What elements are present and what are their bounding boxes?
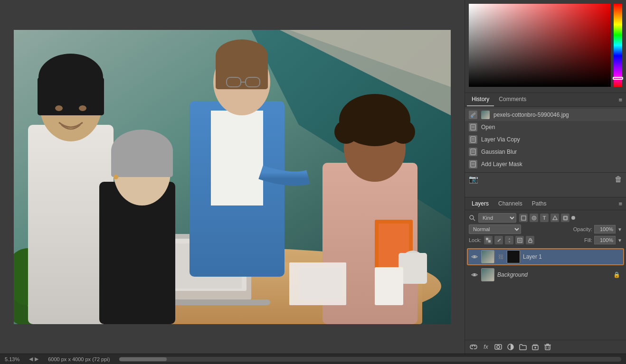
- lock-position-icon[interactable]: [505, 236, 513, 244]
- history-item-layer-copy[interactable]: Layer Via Copy: [465, 133, 626, 146]
- lock-artboard-icon[interactable]: [515, 236, 524, 244]
- pixel-icon: [521, 215, 526, 221]
- blend-mode-row: Normal Opacity: 100% ▼: [469, 224, 622, 234]
- new-layer-icon: [531, 343, 539, 351]
- background-visibility-toggle[interactable]: [471, 271, 478, 279]
- link-layers-button[interactable]: [469, 342, 478, 352]
- layer1-visibility-toggle[interactable]: [471, 253, 478, 261]
- doc-icon: [470, 124, 476, 131]
- smart-obj-filter-icon[interactable]: [561, 214, 569, 222]
- nav-next[interactable]: ▶: [35, 356, 38, 362]
- tab-comments[interactable]: Comments: [494, 93, 531, 106]
- shape-icon: [552, 215, 558, 221]
- delete-layer-button[interactable]: [543, 342, 552, 352]
- background-thumbnail: [481, 268, 494, 281]
- svg-rect-17: [38, 77, 104, 115]
- svg-line-61: [473, 219, 475, 221]
- blend-mode-select[interactable]: Normal: [469, 224, 521, 234]
- lock-image-icon[interactable]: [494, 236, 503, 244]
- fill-label: Fill:: [584, 237, 592, 243]
- fill-control: Fill: 100% ▼: [584, 236, 622, 244]
- fill-value[interactable]: 100%: [594, 236, 616, 244]
- lock-icons: [484, 236, 534, 244]
- history-panel: History Comments ≡ pexels-cottonb: [465, 93, 626, 197]
- adjustment-button[interactable]: [506, 342, 515, 352]
- svg-marker-71: [508, 238, 510, 243]
- lock-all-icon[interactable]: [526, 236, 534, 244]
- eye-open-icon2: [471, 272, 478, 278]
- svg-rect-84: [545, 345, 550, 350]
- history-item-filename: pexels-cottonbro-5990046.jpg: [493, 112, 569, 118]
- delete-state-icon[interactable]: 🗑: [615, 175, 622, 184]
- nav-prev[interactable]: ◀: [29, 356, 33, 362]
- opacity-arrow[interactable]: ▼: [617, 227, 622, 232]
- svg-marker-64: [553, 216, 557, 220]
- smart-object-icon: [563, 215, 568, 221]
- lock-label: Lock:: [469, 237, 481, 243]
- layer-row-layer1[interactable]: ⛓ Layer 1: [467, 248, 624, 265]
- lock-icon: [528, 238, 533, 243]
- shape-filter-icon[interactable]: [550, 214, 559, 222]
- opacity-control: Opacity: 100% ▼: [573, 225, 622, 233]
- layer1-name: Layer 1: [523, 253, 620, 260]
- svg-rect-74: [529, 240, 532, 243]
- new-layer-button[interactable]: [531, 342, 540, 352]
- add-mask-button[interactable]: [493, 342, 503, 352]
- svg-rect-73: [519, 239, 521, 242]
- background-lock-icon: 🔒: [613, 271, 620, 278]
- search-icon: [469, 215, 475, 221]
- doc-icon3: [470, 149, 476, 155]
- color-gradient-picker[interactable]: [469, 4, 611, 87]
- scrollbar-thumb[interactable]: [119, 357, 167, 361]
- history-mask-label: Add Layer Mask: [481, 161, 522, 168]
- history-item-gaussian[interactable]: Gaussian Blur: [465, 146, 626, 158]
- layer-row-background[interactable]: Background 🔒: [465, 266, 626, 283]
- background-name: Background: [497, 271, 610, 278]
- layer-kind-select[interactable]: Kind: [478, 213, 516, 223]
- svg-point-75: [474, 256, 476, 258]
- adjustment-layer-icon: [507, 343, 514, 351]
- main-area: History Comments ≡ pexels-cottonb: [0, 0, 626, 354]
- svg-point-37: [391, 120, 415, 144]
- fx-button[interactable]: fx: [481, 342, 491, 352]
- layers-panel: Layers Channels Paths ≡ Kind: [465, 197, 626, 354]
- tab-layers[interactable]: Layers: [467, 197, 493, 210]
- history-item-mask[interactable]: Add Layer Mask: [465, 158, 626, 170]
- group-layers-button[interactable]: [518, 342, 528, 352]
- history-item-open-action[interactable]: Open: [465, 121, 626, 133]
- folder-icon: [519, 343, 527, 351]
- brush-icon: [470, 112, 476, 118]
- svg-rect-66: [564, 217, 567, 219]
- adjustment-filter-icon[interactable]: [530, 214, 538, 222]
- layers-menu-button[interactable]: ≡: [618, 200, 622, 207]
- horizontal-scrollbar[interactable]: [119, 357, 621, 362]
- type-filter-icon[interactable]: T: [540, 214, 549, 222]
- svg-point-78: [497, 345, 500, 348]
- spectrum-cursor[interactable]: [613, 77, 623, 80]
- new-snapshot-icon[interactable]: 📷: [469, 175, 478, 184]
- layer1-thumbnail: [481, 250, 494, 263]
- layers-panel-menu-icon: ≡: [618, 200, 624, 207]
- tab-history[interactable]: History: [467, 93, 494, 106]
- history-item-open[interactable]: pexels-cottonbro-5990046.jpg: [465, 109, 626, 121]
- tab-paths[interactable]: Paths: [527, 197, 551, 210]
- history-item-icon: [469, 111, 477, 119]
- lock-transparent-icon[interactable]: [484, 236, 493, 244]
- opacity-value[interactable]: 100%: [594, 225, 616, 233]
- checker-icon: [486, 238, 491, 243]
- pixel-filter-icon[interactable]: [519, 214, 528, 222]
- history-open-label: Open: [481, 124, 495, 131]
- tab-channels[interactable]: Channels: [493, 197, 527, 210]
- history-toolbar: 📷 🗑: [465, 172, 626, 186]
- fill-arrow[interactable]: ▼: [617, 238, 622, 243]
- svg-point-36: [334, 120, 358, 144]
- svg-rect-51: [471, 137, 475, 142]
- status-dimensions: 6000 px x 4000 px (72 ppi): [48, 356, 110, 362]
- history-panel-icons: ≡: [618, 96, 624, 103]
- color-spectrum[interactable]: [614, 4, 622, 87]
- history-panel-menu[interactable]: ≡: [618, 96, 622, 103]
- svg-rect-46: [375, 267, 403, 305]
- svg-rect-48: [471, 124, 475, 130]
- svg-point-39: [371, 98, 398, 125]
- color-picker[interactable]: [465, 0, 626, 93]
